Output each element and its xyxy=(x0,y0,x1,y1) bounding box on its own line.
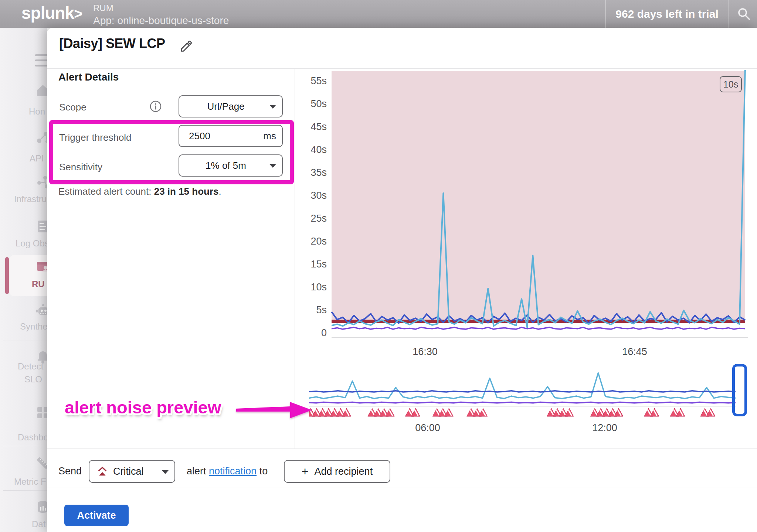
sidebar-rum-accent-bar xyxy=(5,257,9,294)
alert-marker-icon xyxy=(445,408,454,416)
annotation-arrow-icon xyxy=(236,402,312,419)
section-title-alert-details: Alert Details xyxy=(58,71,119,83)
alert-marker-icon xyxy=(676,408,685,416)
time-brush-handle[interactable] xyxy=(732,364,747,416)
sidebar-item-rum[interactable]: RU xyxy=(32,279,45,289)
modal-title: [Daisy] SEW LCP xyxy=(59,36,165,51)
alert-marker-icon xyxy=(386,408,394,416)
alert-marker-icon xyxy=(479,408,488,416)
apm-icon xyxy=(35,130,47,145)
svg-text:30s: 30s xyxy=(310,190,327,201)
sidebar-divider xyxy=(3,490,47,491)
add-recipient-button[interactable]: + Add recipient xyxy=(284,460,390,483)
chevron-down-icon xyxy=(269,105,276,109)
x-axis-tick: 16:45 xyxy=(622,346,647,358)
rum-icon xyxy=(35,260,47,274)
svg-text:55s: 55s xyxy=(310,75,327,86)
home-icon xyxy=(35,83,47,98)
footer-divider xyxy=(47,449,757,449)
edit-title-icon[interactable] xyxy=(179,40,193,53)
activate-button[interactable]: Activate xyxy=(64,505,129,526)
chevron-down-icon xyxy=(162,470,169,474)
severity-dropdown[interactable]: Critical xyxy=(89,460,175,483)
sidebar-divider xyxy=(3,341,47,341)
breadcrumb-product: RUM xyxy=(93,3,113,13)
svg-text:5s: 5s xyxy=(316,304,327,316)
alert-config-modal: [Daisy] SEW LCP Alert Details Scope Url/… xyxy=(47,28,757,532)
panel-divider xyxy=(295,69,295,449)
dashboards-icon xyxy=(35,405,47,420)
alert-marker-icon xyxy=(411,408,420,416)
breadcrumb-app: App: online-boutique-us-store xyxy=(93,15,229,27)
trigger-threshold-input[interactable]: 2500 ms xyxy=(179,125,283,147)
sidebar-item-data-management[interactable]: Dat xyxy=(32,519,45,529)
svg-text:40s: 40s xyxy=(310,144,327,155)
chevron-down-icon xyxy=(269,164,276,168)
trigger-threshold-value: 2500 xyxy=(189,130,210,142)
scope-value: Url/Page xyxy=(179,101,282,112)
add-recipient-label: Add recipient xyxy=(315,466,373,477)
svg-text:15s: 15s xyxy=(310,259,327,270)
sidebar-item-infrastructure[interactable]: Infrastru xyxy=(14,194,47,204)
sensitivity-value: 1% of 5m xyxy=(179,160,282,171)
scope-dropdown[interactable]: Url/Page xyxy=(179,95,283,117)
footer-divider xyxy=(47,488,757,488)
alert-marker-icon xyxy=(565,408,574,416)
send-label: Send xyxy=(58,466,82,477)
splunk-logo: splunk> xyxy=(21,3,82,23)
trigger-threshold-unit: ms xyxy=(263,130,276,142)
synthetics-icon xyxy=(35,303,47,318)
trial-countdown: 962 days left in trial xyxy=(605,0,729,28)
x-axis-tick: 16:30 xyxy=(413,346,438,358)
severity-value: Critical xyxy=(113,466,144,477)
plus-icon: + xyxy=(302,465,309,478)
alert-notification-text: alert notification to xyxy=(187,466,268,477)
sidebar-item-detectors[interactable]: Detect xyxy=(18,361,43,372)
log-observer-icon xyxy=(35,219,47,234)
info-icon[interactable] xyxy=(149,100,162,113)
chart-max-badge: 10s xyxy=(720,76,742,92)
alert-marker-icon xyxy=(614,408,623,416)
alert-marker-icon xyxy=(342,408,351,416)
sidebar-item-metric-finder[interactable]: Metric F xyxy=(14,477,46,487)
svg-text:0: 0 xyxy=(321,327,327,338)
sidebar-item-log-observer[interactable]: Log Obs xyxy=(16,238,47,249)
sidebar-divider xyxy=(3,446,47,446)
svg-text:35s: 35s xyxy=(310,167,327,178)
alert-marker-icon xyxy=(706,408,715,416)
svg-text:50s: 50s xyxy=(310,98,327,109)
alert-preview-chart: 55s50s45s40s35s30s25s20s15s10s5s0 xyxy=(303,70,757,338)
menu-toggle-icon[interactable] xyxy=(35,54,47,70)
scope-label: Scope xyxy=(59,102,86,113)
svg-text:45s: 45s xyxy=(310,121,327,132)
infrastructure-icon xyxy=(35,175,47,190)
sidebar-item-dashboards[interactable]: Dashbo xyxy=(18,432,47,443)
header-divider xyxy=(729,0,729,28)
x-axis-tick: 12:00 xyxy=(592,422,617,434)
metrics-icon xyxy=(35,456,47,470)
svg-text:20s: 20s xyxy=(310,236,327,247)
sidebar-item-home[interactable]: Hon xyxy=(29,106,45,117)
search-icon[interactable] xyxy=(737,7,751,21)
sidebar-nav: Hon API Infrastru Log Obs RU Synthe Dete… xyxy=(0,28,47,532)
top-header: splunk> RUM App: online-boutique-us-stor… xyxy=(0,0,757,28)
estimated-alert-count: Estimated alert count: 23 in 15 hours. xyxy=(58,186,221,197)
alert-marker-icon xyxy=(650,408,659,416)
critical-severity-icon xyxy=(97,466,108,477)
sidebar-item-apm[interactable]: API xyxy=(30,153,44,164)
x-axis-tick: 06:00 xyxy=(415,422,440,434)
sidebar-item-synthetics[interactable]: Synthe xyxy=(20,321,47,332)
svg-text:25s: 25s xyxy=(310,213,327,224)
modal-header-divider xyxy=(47,68,757,69)
alert-noise-preview-chart xyxy=(309,362,749,417)
sensitivity-dropdown[interactable]: 1% of 5m xyxy=(179,154,283,177)
svg-text:10s: 10s xyxy=(310,282,327,293)
sidebar-item-slo[interactable]: SLO xyxy=(24,374,42,385)
sensitivity-label: Sensitivity xyxy=(59,161,102,173)
notification-link[interactable]: notification xyxy=(209,466,257,477)
trigger-threshold-label: Trigger threshold xyxy=(59,132,132,143)
annotation-alert-noise-preview: alert noise preview xyxy=(65,397,221,417)
data-icon xyxy=(35,500,47,515)
